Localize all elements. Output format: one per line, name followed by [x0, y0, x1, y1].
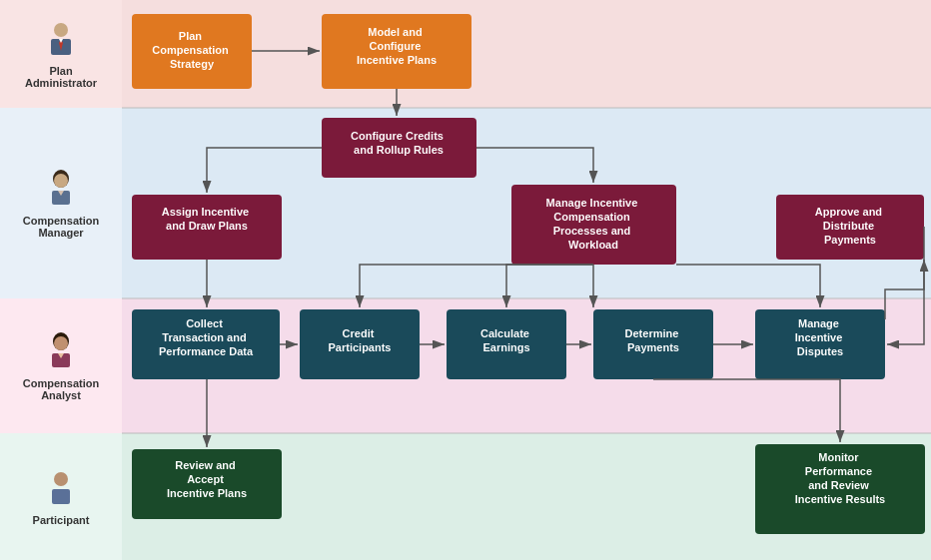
swim-lane-plan-administrator [122, 0, 931, 108]
role-label-comp-analyst: CompensationAnalyst [23, 377, 99, 401]
avatar-comp-manager [41, 169, 81, 209]
swim-lane-comp-analyst [122, 298, 931, 433]
role-comp-manager: CompensationManager [0, 108, 122, 298]
svg-rect-13 [52, 489, 70, 504]
avatar-plan-administrator [41, 19, 81, 59]
swim-lane-comp-manager [122, 108, 931, 298]
role-comp-analyst: CompensationAnalyst [0, 298, 122, 433]
svg-point-12 [54, 472, 68, 486]
main-content: Plan Compensation Strategy Model and Con… [122, 0, 931, 560]
diagram-container: Plan Administrator CompensationManager [0, 0, 931, 560]
avatar-participant [41, 468, 81, 508]
role-label-participant: Participant [33, 514, 90, 526]
avatar-comp-analyst [41, 331, 81, 371]
role-label-comp-manager: CompensationManager [23, 215, 99, 239]
svg-point-5 [54, 174, 68, 188]
roles-column: Plan Administrator CompensationManager [0, 0, 122, 560]
svg-point-0 [54, 23, 68, 37]
role-label-plan-administrator: Plan Administrator [25, 65, 97, 89]
role-participant: Participant [0, 433, 122, 560]
role-plan-administrator: Plan Administrator [0, 0, 122, 108]
svg-point-9 [54, 336, 68, 350]
swim-lane-participant [122, 433, 931, 560]
